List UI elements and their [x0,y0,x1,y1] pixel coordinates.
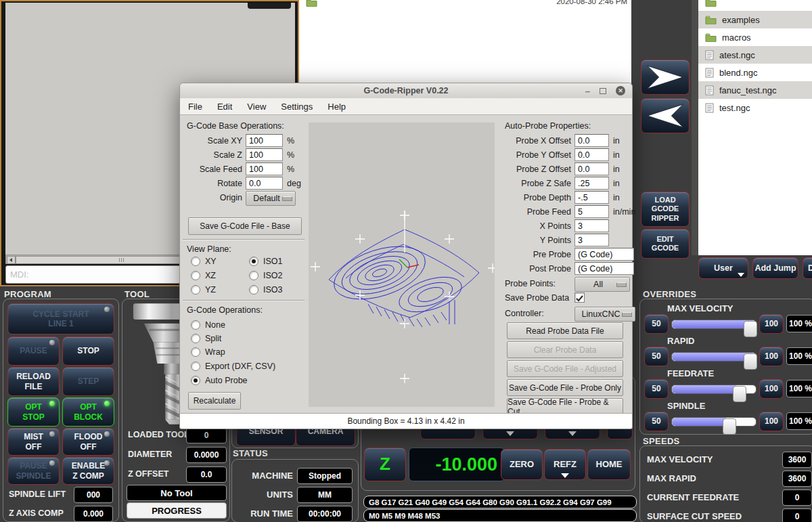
probe-y-offset-unit: in [613,150,620,160]
rapid-100-button[interactable]: 100 [759,347,784,366]
list-item[interactable]: macros [698,28,812,46]
list-item[interactable]: test.ngc [698,99,812,116]
scale-xy-input[interactable]: 100 [246,134,283,147]
close-icon[interactable]: ✕ [616,86,625,95]
step-button[interactable]: STEP [62,367,114,396]
radio-view-yz[interactable]: YZ [191,285,216,295]
z-axis-button[interactable]: Z [364,448,406,481]
z-offset-value: 0.0 [186,466,227,483]
slider-handle[interactable] [733,386,746,402]
probe-depth-input[interactable]: -.5 [574,191,609,204]
zero-z-button[interactable]: ZERO [501,449,543,480]
radio-op-split[interactable]: Split [191,334,221,343]
mist-button[interactable]: MIST OFF [7,428,60,456]
menu-edit[interactable]: Edit [217,102,232,112]
home-z-button[interactable]: HOME [587,449,631,480]
edit-gcode-button[interactable]: EDIT GCODE [641,229,690,259]
probe-points-dropdown[interactable]: All [574,277,630,292]
list-item[interactable]: atest.ngc [698,46,812,64]
list-item[interactable]: blend.ngc [698,64,812,81]
post-probe-input[interactable]: (G Code) [574,262,634,275]
radio-op-export[interactable]: Export (DXF, CSV) [191,362,275,371]
radio-view-xy[interactable]: XY [191,257,217,266]
feedrate-100-button[interactable]: 100 [759,379,784,399]
list-item[interactable] [698,0,812,11]
scale-feed-input[interactable]: 100 [246,162,283,175]
feedrate-50-button[interactable]: 50 [644,379,669,399]
save-gcode-adjusted-button[interactable]: Save G-Code File - Adjusted [507,360,623,377]
enable-zcomp-button[interactable]: ENABLE Z COMP [62,457,114,485]
radio-view-xz[interactable]: XZ [191,271,216,280]
file-icon [705,50,714,60]
led-indicator [49,401,55,406]
pause-button[interactable]: PAUSE [7,336,60,366]
menu-help[interactable]: Help [328,102,346,112]
list-item[interactable]: examples [698,11,812,28]
radio-op-autoprobe[interactable]: Auto Probe [191,376,248,385]
pause-spindle-button[interactable]: PAUSE SPINDLE [7,457,60,485]
prev-file-button[interactable] [641,98,690,133]
slider-handle[interactable] [744,321,757,337]
feedrate-slider[interactable] [671,380,757,397]
minimize-icon[interactable]: – [585,87,590,95]
user-menu-button[interactable]: User [698,257,748,279]
read-probe-data-button[interactable]: Read Probe Data File [507,322,623,339]
flood-button[interactable]: FLOOD OFF [62,428,114,456]
menu-settings[interactable]: Settings [281,102,313,112]
slider-handle[interactable] [744,353,757,370]
list-item[interactable]: fanuc_test.ngc [698,81,812,99]
scroll-left-arrow-icon[interactable] [7,256,16,264]
x-points-input[interactable]: 3 [574,219,609,232]
gcode-preview-plot[interactable] [309,123,495,407]
probe-feed-input[interactable]: 5 [574,205,609,218]
save-gcode-probe-only-button[interactable]: Save G-Code File - Probe Only [507,379,623,396]
button-label: FLOOD OFF [74,432,103,452]
next-file-button[interactable] [641,60,690,95]
x-points-label: X Points [505,221,571,231]
cycle-start-button[interactable]: CYCLE START LINE 1 [7,303,114,334]
ref-z-button[interactable]: REFZ [544,449,586,480]
opt-stop-button[interactable]: OPT STOP [7,397,60,427]
menu-view[interactable]: View [247,102,266,112]
save-probe-data-checkbox[interactable] [574,292,585,303]
slider-handle[interactable] [723,418,736,435]
del-jump-button[interactable]: De [803,257,812,279]
probe-x-offset-input[interactable]: 0.0 [574,134,609,147]
max-velocity-50-button[interactable]: 50 [644,314,669,334]
opt-block-button[interactable]: OPT BLOCK [62,397,114,427]
load-gcode-ripper-button[interactable]: LOAD GCODE RIPPER [641,192,690,227]
add-jump-button[interactable]: Add Jump [752,257,798,279]
maximize-icon[interactable] [600,88,606,94]
rapid-50-button[interactable]: 50 [644,347,669,366]
probe-z-offset-input[interactable]: 0.0 [574,162,609,175]
radio-view-iso3[interactable]: ISO3 [249,285,283,295]
spindle-slider[interactable] [671,412,757,430]
recalculate-button[interactable]: Recalculate [188,392,241,410]
radio-op-wrap[interactable]: Wrap [191,347,225,357]
max-velocity-slider[interactable] [671,315,757,332]
dialog-titlebar[interactable]: G-Code-Ripper V0.22 – ✕ [180,83,632,99]
arrow-right-icon [645,62,685,92]
y-points-input[interactable]: 3 [574,234,609,246]
rapid-slider[interactable] [671,347,757,365]
radio-op-none[interactable]: None [191,320,225,330]
scale-z-input[interactable]: 100 [246,148,283,161]
radio-view-iso1[interactable]: ISO1 [249,257,283,266]
max-velocity-100-button[interactable]: 100 [759,314,784,334]
origin-dropdown[interactable]: Default [246,191,296,206]
controller-dropdown[interactable]: LinuxCNC [574,307,635,322]
save-gcode-base-button[interactable]: Save G-Code File - Base [188,217,302,235]
probe-z-safe-input[interactable]: .25 [574,177,609,190]
file-list-panel[interactable]: examples macros atest.ngc blend.ngc fanu… [698,0,812,255]
radio-view-iso2[interactable]: ISO2 [249,271,283,280]
rotate-input[interactable]: 0.0 [246,177,283,190]
menu-file[interactable]: File [188,102,202,112]
stop-button[interactable]: STOP [62,336,114,366]
spindle-50-button[interactable]: 50 [644,412,669,431]
spindle-100-button[interactable]: 100 [759,412,784,431]
clear-probe-data-button[interactable]: Clear Probe Data [507,341,623,358]
reload-file-button[interactable]: RELOAD FILE [7,367,60,396]
loaded-tool-value: 0 [186,427,227,443]
pre-probe-input[interactable]: (G Code) [574,248,634,261]
probe-y-offset-input[interactable]: 0.0 [574,148,609,161]
